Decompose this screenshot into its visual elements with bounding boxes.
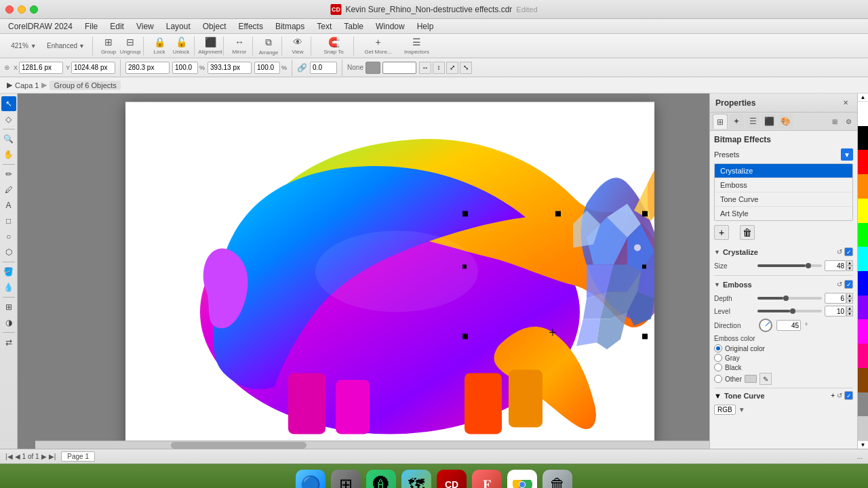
depth-spin-up[interactable]: ▲ xyxy=(846,293,853,298)
radio-gray-dot[interactable] xyxy=(714,354,722,362)
dock-fontastic[interactable]: 𝐅 xyxy=(472,470,502,488)
zoom-tool[interactable]: 🔍 xyxy=(1,131,16,146)
h-scrollbar[interactable] xyxy=(35,441,709,449)
swatch-red[interactable] xyxy=(858,150,868,174)
emboss-toggle[interactable]: ✓ xyxy=(844,280,853,289)
menu-bitmaps[interactable]: Bitmaps xyxy=(270,20,310,33)
y-input[interactable] xyxy=(71,62,115,74)
add-effect-button[interactable]: + xyxy=(714,225,729,240)
tone-add-icon[interactable]: + xyxy=(831,392,835,399)
menu-text[interactable]: Text xyxy=(311,20,337,33)
emboss-reset-icon[interactable]: ↺ xyxy=(837,281,842,288)
text-tool[interactable]: A xyxy=(1,198,16,213)
other-color-swatch[interactable] xyxy=(745,375,757,383)
panel-tab-fill[interactable]: ⬛ xyxy=(762,114,776,129)
radio-original-color[interactable]: Original color xyxy=(714,344,853,352)
rotation-input[interactable] xyxy=(310,62,337,74)
shape-tool[interactable]: □ xyxy=(1,214,16,228)
node-tool[interactable]: ◇ xyxy=(1,112,16,127)
view-mode-control[interactable]: Enhanced ▼ xyxy=(42,37,90,56)
effects-tool[interactable]: ⊞ xyxy=(1,300,16,314)
tone-curve-section-header[interactable]: ▼ Tone Curve + ↺ ✓ xyxy=(714,388,853,403)
panel-tab-transform[interactable]: ⊞ xyxy=(713,114,728,129)
menu-coreldraw[interactable]: CorelDRAW 2024 xyxy=(3,20,78,33)
dock-coreldraw[interactable]: CD xyxy=(437,470,467,488)
dock-launchpad[interactable]: ⊞ xyxy=(331,470,361,488)
remove-effect-button[interactable]: 🗑 xyxy=(740,225,755,240)
size-spin-up[interactable]: ▲ xyxy=(846,260,853,266)
inspectors-button[interactable]: ☰ Inspectors xyxy=(398,37,435,56)
swatch-pink[interactable] xyxy=(858,344,868,368)
direction-dial[interactable] xyxy=(759,319,772,332)
prev-page-button[interactable]: ◀ xyxy=(15,453,20,460)
size-value[interactable] xyxy=(825,260,846,271)
swatch-cyan[interactable] xyxy=(858,247,868,271)
select-tool[interactable]: ↖ xyxy=(1,96,16,111)
ungroup-button[interactable]: ⊟ Ungroup xyxy=(120,37,140,56)
panel-expand-button[interactable]: ⊞ xyxy=(829,115,841,127)
level-spin-up[interactable]: ▲ xyxy=(846,306,853,311)
w-pct-input[interactable] xyxy=(172,62,198,74)
fill-color-swatch[interactable] xyxy=(366,62,380,74)
panel-tab-properties[interactable]: ☰ xyxy=(745,114,760,129)
emboss-section-header[interactable]: ▼ Emboss ↺ ✓ xyxy=(714,275,853,291)
swatch-magenta[interactable] xyxy=(858,319,868,344)
size-spinner[interactable]: ▲ ▼ xyxy=(846,260,853,271)
pan-tool[interactable]: ✋ xyxy=(1,147,16,162)
swatch-purple[interactable] xyxy=(858,296,868,320)
level-value[interactable] xyxy=(825,306,846,317)
alignment-button[interactable]: ⬛ Alignment xyxy=(200,37,220,56)
h-scrollbar-thumb[interactable] xyxy=(171,442,307,449)
swatch-lightgray[interactable] xyxy=(858,416,868,441)
crystalize-toggle[interactable]: ✓ xyxy=(844,247,853,256)
ellipse-tool[interactable]: ○ xyxy=(1,229,16,244)
h-input[interactable] xyxy=(208,62,252,74)
swatch-brown[interactable] xyxy=(858,368,868,392)
pen-tool[interactable]: 🖊 xyxy=(1,182,16,197)
radio-other[interactable]: Other ✎ xyxy=(714,373,853,385)
depth-slider[interactable] xyxy=(757,297,822,300)
lock-ratio-icon[interactable]: 🔗 xyxy=(297,63,307,73)
flip2-button[interactable]: ⤡ xyxy=(460,62,472,74)
panel-settings-button[interactable]: ⚙ xyxy=(842,115,854,127)
arrange-button[interactable]: ⧉ Arrange xyxy=(258,37,279,56)
close-button[interactable] xyxy=(5,5,14,14)
menu-view[interactable]: View xyxy=(131,20,159,33)
lock-button[interactable]: 🔒 Lock xyxy=(149,37,170,56)
menu-edit[interactable]: Edit xyxy=(104,20,130,33)
effect-item-tonecurve[interactable]: Tone Curve xyxy=(715,192,852,207)
dock-maps[interactable]: 🗺 xyxy=(401,470,431,488)
fill-tool[interactable]: 🪣 xyxy=(1,264,16,279)
crystalize-section-header[interactable]: ▼ Crystalize ↺ ✓ xyxy=(714,245,853,258)
freehand-tool[interactable]: ✏ xyxy=(1,167,16,182)
depth-spinner[interactable]: ▲ ▼ xyxy=(846,293,853,304)
menu-table[interactable]: Table xyxy=(338,20,369,33)
menu-object[interactable]: Object xyxy=(197,20,232,33)
h-pct-input[interactable] xyxy=(254,62,280,74)
tone-rgb-selector[interactable]: RGB xyxy=(714,405,736,415)
other-color-picker-icon[interactable]: ✎ xyxy=(760,373,772,385)
effect-item-crystalize[interactable]: Crystalize xyxy=(715,164,852,178)
radio-other-dot[interactable] xyxy=(714,375,722,383)
menu-help[interactable]: Help xyxy=(412,20,439,33)
tone-rgb-dropdown[interactable]: ▼ xyxy=(738,406,745,413)
radio-black[interactable]: Black xyxy=(714,363,853,371)
swatch-yellow[interactable] xyxy=(858,199,868,223)
menu-layout[interactable]: Layout xyxy=(161,20,196,33)
palette-scroll-down[interactable]: ▼ xyxy=(858,441,868,449)
swatch-white[interactable] xyxy=(858,102,868,126)
swatch-gray[interactable] xyxy=(858,392,868,417)
next-page-button[interactable]: ▶ xyxy=(41,453,47,460)
level-spin-down[interactable]: ▼ xyxy=(846,311,853,317)
depth-value[interactable] xyxy=(825,293,846,304)
level-spinner[interactable]: ▲ ▼ xyxy=(846,306,853,317)
level-slider[interactable] xyxy=(757,310,822,312)
minimize-button[interactable] xyxy=(18,5,26,14)
view-button[interactable]: 👁 View xyxy=(288,37,308,56)
dock-finder[interactable]: 🔵 xyxy=(296,470,326,488)
menu-effects[interactable]: Effects xyxy=(233,20,268,33)
last-page-button[interactable]: ▶| xyxy=(49,453,56,460)
tone-toggle[interactable]: ✓ xyxy=(844,391,853,400)
window-controls[interactable] xyxy=(5,5,38,14)
swatch-orange[interactable] xyxy=(858,174,868,199)
